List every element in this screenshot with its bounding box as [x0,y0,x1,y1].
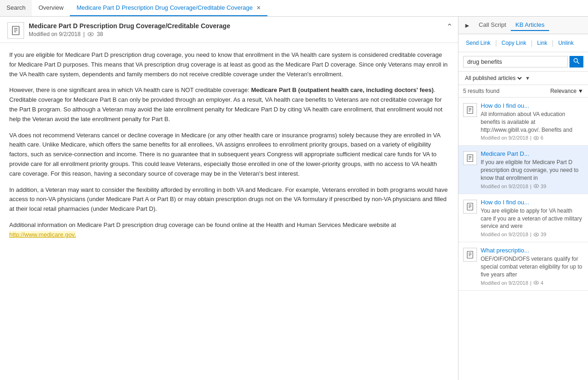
kb-item-title: What prescriptio... [481,247,583,254]
svg-line-7 [577,62,580,64]
svg-rect-0 [12,26,19,35]
article-paragraph-2: However, there is one significant area i… [9,86,449,124]
kb-item-excerpt: OEF/OIF/OND/OFS veterans qualify for spe… [481,255,583,278]
search-button[interactable] [569,56,583,67]
relevance-arrow-icon: ▼ [578,88,583,94]
relevance-sort[interactable]: Relevance ▼ [550,88,583,94]
kb-item-excerpt: If you are eligible for Medicare Part D … [481,159,583,182]
article-body: If you are eligible for Medicare Part D … [0,43,458,254]
kb-list-item[interactable]: What prescriptio... OEF/OIF/OND/OFS vete… [458,242,588,290]
right-panel: ► Call Script KB Articles Send Link | Co… [458,17,588,380]
kb-item-title: How do I find ou... [481,102,583,109]
kb-item-title: Medicare Part D... [481,150,583,157]
search-bar [458,52,588,72]
kb-list: How do I find ou... All information abou… [458,98,588,380]
top-nav: Search Overview Medicare Part D Prescrip… [0,0,588,17]
filter-select[interactable]: All published articlesMy articlesDrafts [463,74,523,82]
kb-list-item[interactable]: Medicare Part D... If you are eligible f… [458,146,588,194]
copy-link-button[interactable]: Copy Link [499,38,529,48]
article-icon [7,22,24,39]
kb-item-meta: Modified on 9/2/2018 | 4 [481,280,583,286]
filter-arrow-icon: ▼ [525,75,530,81]
article-header: Medicare Part D Prescription Drug Covera… [0,17,458,43]
svg-point-19 [535,185,537,187]
panel-expand-button[interactable]: ► [463,21,471,30]
svg-point-6 [574,59,578,62]
svg-rect-26 [467,251,473,258]
eye-icon [87,32,94,37]
article-meta: Modified on 9/2/2018 | 38 [29,31,451,37]
close-tab-icon[interactable]: ✕ [256,5,261,11]
link-button[interactable]: Link [534,38,550,48]
svg-rect-20 [467,203,473,210]
kb-item-meta: Modified on 9/2/2018 | 6 [481,135,583,141]
article-paragraph-1: If you are eligible for Medicare Part D … [9,50,449,79]
svg-rect-14 [467,155,473,162]
tab-article[interactable]: Medicare Part D Prescription Drug Covera… [70,0,267,16]
medicare-link[interactable]: http://www.medicare.gov. [9,231,76,238]
panel-actions: Send Link | Copy Link | Link | Unlink [458,34,588,52]
panel-tabs: Call Script KB Articles [474,19,549,31]
article-paragraph-3: VA does not recommend Veterans cancel or… [9,131,449,179]
kb-item-excerpt: All information about VA education benef… [481,110,583,134]
tab-kb-articles[interactable]: KB Articles [511,19,549,31]
right-panel-header: ► Call Script KB Articles [458,17,588,34]
svg-point-5 [90,33,92,35]
kb-item-icon [463,151,477,165]
article-title-block: Medicare Part D Prescription Drug Covera… [29,22,451,37]
send-link-button[interactable]: Send Link [463,38,493,48]
kb-item-meta: Modified on 9/2/2018 | 39 [481,232,583,237]
article-title: Medicare Part D Prescription Drug Covera… [29,22,451,30]
article-paragraph-5: Additional information on Medicare Part … [9,221,449,240]
unlink-button[interactable]: Unlink [556,38,576,48]
tab-search[interactable]: Search [0,0,32,16]
kb-item-excerpt: You are eligible to apply for VA health … [481,207,583,230]
article-paragraph-4: In addition, a Veteran may want to consi… [9,185,449,214]
results-count: 5 results found [463,88,500,94]
svg-point-25 [535,234,537,235]
kb-list-item[interactable]: How do I find ou... All information abou… [458,98,588,146]
kb-item-icon [463,248,477,262]
filter-row: All published articlesMy articlesDrafts … [458,72,588,85]
collapse-button[interactable]: ⌃ [446,22,452,31]
tab-call-script[interactable]: Call Script [474,19,511,31]
svg-point-13 [535,137,537,139]
results-header: 5 results found Relevance ▼ [458,85,588,98]
svg-point-31 [535,282,537,283]
kb-list-item[interactable]: How do I find ou... You are eligible to … [458,194,588,242]
kb-item-icon [463,200,477,214]
kb-item-title: How do I find ou... [481,199,583,206]
main-area: Medicare Part D Prescription Drug Covera… [0,17,588,380]
search-input[interactable] [463,56,568,67]
tab-overview[interactable]: Overview [32,0,70,16]
article-area: Medicare Part D Prescription Drug Covera… [0,17,458,380]
kb-item-icon [463,103,477,117]
kb-item-meta: Modified on 9/2/2018 | 39 [481,184,583,189]
svg-rect-8 [467,107,473,114]
